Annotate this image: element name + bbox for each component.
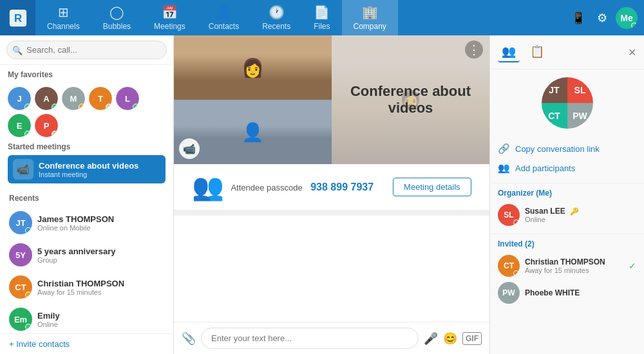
search-input[interactable] xyxy=(6,41,167,59)
settings-icon[interactable]: ⚙ xyxy=(594,8,611,28)
fav-status-1 xyxy=(24,104,31,110)
fav-4[interactable]: T xyxy=(89,87,112,110)
fav-7[interactable]: P xyxy=(35,114,58,137)
nav-contacts[interactable]: 👤 Contacts xyxy=(197,0,251,35)
panel-tab-info[interactable]: 📋 xyxy=(526,42,548,62)
nav-bubbles[interactable]: ◯ Bubbles xyxy=(91,0,142,35)
panel-group-avatar: JT SL CT PW xyxy=(542,77,593,129)
meeting-details-btn[interactable]: Meeting details xyxy=(393,178,471,196)
recents-icon: 🕐 xyxy=(269,5,285,20)
copy-link-btn[interactable]: 🔗 Copy conversation link xyxy=(498,139,636,158)
meeting-item-icon: 📹 xyxy=(13,159,33,180)
add-participants-btn[interactable]: 👥 Add participants xyxy=(498,158,636,178)
recent-emily[interactable]: Em Emily Online xyxy=(0,303,173,333)
favorites-title: My favorites xyxy=(8,70,166,79)
fav-5[interactable]: L xyxy=(116,87,139,110)
invite-contacts-btn[interactable]: + Invite contacts xyxy=(0,333,173,354)
recent-name-james: James THOMPSON xyxy=(37,214,114,224)
right-panel: 👥 📋 ✕ JT SL CT PW 🔗 Copy conversation li… xyxy=(489,35,644,354)
fav-status-5 xyxy=(133,104,139,110)
invited-name-phoebe: Phoebe WHITE xyxy=(525,288,580,297)
meetings-icon: 📅 xyxy=(162,5,178,20)
search-icon: 🔍 xyxy=(12,45,23,55)
fav-status-3 xyxy=(79,104,85,110)
nav-company[interactable]: 🏢 Company xyxy=(342,0,398,35)
recent-anniversary[interactable]: 5Y 5 years anniversary Group xyxy=(0,239,173,271)
fav-status-4 xyxy=(106,104,112,110)
chat-input[interactable] xyxy=(201,328,419,349)
nav-right: 📱 ⚙ Me xyxy=(568,0,644,35)
organizer-label: Organizer (Me) xyxy=(498,189,636,198)
left-sidebar: 🔍 My favorites J A M T xyxy=(0,35,174,354)
nav-files[interactable]: 📄 Files xyxy=(302,0,341,35)
recent-avatar-james: JT xyxy=(9,211,32,234)
confirmed-icon-christian: ✓ xyxy=(629,261,636,271)
fav-6[interactable]: E xyxy=(8,114,31,137)
banner-photo-2: 🧔 xyxy=(332,35,489,164)
company-icon: 🏢 xyxy=(362,5,378,20)
organizer-name: Susan LEE xyxy=(525,207,565,216)
files-icon: 📄 xyxy=(314,5,330,20)
meeting-item-name: Conference about videos xyxy=(39,161,138,171)
meeting-item-sub: Instant meeting xyxy=(39,171,138,178)
main-content: 🔍 My favorites J A M T xyxy=(0,35,644,354)
user-avatar[interactable]: Me xyxy=(616,7,638,29)
nav-meetings[interactable]: 📅 Meetings xyxy=(142,0,197,35)
invited-christian[interactable]: CT Christian THOMPSON Away for 15 minute… xyxy=(498,252,636,279)
organizer-item[interactable]: SL Susan LEE 🔑 Online xyxy=(498,201,636,228)
fav-status-7 xyxy=(52,131,58,137)
recent-status-text-christian: Away for 15 minutes xyxy=(37,288,124,296)
panel-avatar-section: JT SL CT PW xyxy=(490,70,644,136)
recent-status-text-emily: Online xyxy=(37,321,60,328)
attendee-row: 👥 Attendee passcode 938 899 7937 xyxy=(192,172,374,202)
banner-more-btn[interactable]: ⋮ xyxy=(465,41,483,59)
panel-tab-participants[interactable]: 👥 xyxy=(498,42,520,62)
recent-avatar-anniversary: 5Y xyxy=(9,243,32,266)
right-panel-header: 👥 📋 ✕ xyxy=(490,35,644,70)
started-meetings-title: Started meetings xyxy=(8,142,166,151)
active-meeting-item[interactable]: 📹 Conference about videos Instant meetin… xyxy=(8,155,166,183)
recent-avatar-emily: Em xyxy=(9,308,32,331)
fav-2[interactable]: A xyxy=(35,87,58,110)
invited-avatar-christian: CT xyxy=(498,255,520,277)
nav-channels[interactable]: ⊞ Channels xyxy=(35,0,91,35)
recent-status-text-james: Online on Mobile xyxy=(37,224,114,232)
panel-invited: Invited (2) CT Christian THOMPSON Away f… xyxy=(490,234,644,312)
recent-name-emily: Emily xyxy=(37,311,60,321)
attachment-icon[interactable]: 📎 xyxy=(182,331,196,346)
conference-header: 👩 🧔 👤 Conference about videos ⋮ 📹 xyxy=(174,35,489,210)
invited-phoebe[interactable]: PW Phoebe WHITE xyxy=(498,279,636,306)
gif-icon[interactable]: GIF xyxy=(462,332,482,345)
device-icon[interactable]: 📱 xyxy=(568,8,589,28)
recents-title: Recents xyxy=(0,191,173,207)
recent-avatar-christian: CT xyxy=(9,275,32,299)
recent-name-anniversary: 5 years anniversary xyxy=(37,247,115,256)
copy-link-icon: 🔗 xyxy=(498,143,510,154)
recent-status-emily xyxy=(25,324,32,330)
emoji-icon[interactable]: 😊 xyxy=(443,331,457,346)
close-panel-btn[interactable]: ✕ xyxy=(628,46,636,59)
recent-name-christian: Christian THOMPSON xyxy=(37,279,124,288)
passcode-number: 938 899 7937 xyxy=(310,182,374,192)
app-logo[interactable]: R xyxy=(0,0,35,35)
recent-christian[interactable]: CT Christian THOMPSON Away for 15 minute… xyxy=(0,271,173,303)
fav-status-6 xyxy=(24,131,31,137)
bubbles-icon: ◯ xyxy=(109,5,124,20)
recent-status-text-anniversary: Group xyxy=(37,256,115,264)
banner-photo-1: 👩 xyxy=(174,35,332,100)
chat-area xyxy=(174,216,489,322)
invited-label: Invited (2) xyxy=(498,239,636,248)
invited-name-christian: Christian THOMPSON xyxy=(525,257,605,266)
fav-1[interactable]: J xyxy=(8,87,31,110)
mic-icon[interactable]: 🎤 xyxy=(424,331,438,346)
organizer-status: Online xyxy=(525,216,579,223)
fav-3[interactable]: M xyxy=(62,87,85,110)
invited-status-christian xyxy=(513,270,519,276)
recent-james[interactable]: JT James THOMPSON Online on Mobile xyxy=(0,207,173,239)
organizer-key-icon: 🔑 xyxy=(570,207,579,216)
banner-camera-btn[interactable]: 📹 xyxy=(179,138,200,159)
channels-icon: ⊞ xyxy=(58,5,69,20)
nav-recents[interactable]: 🕐 Recents xyxy=(251,0,302,35)
svg-text:R: R xyxy=(14,12,21,24)
panel-tabs: 👥 📋 xyxy=(498,42,548,62)
